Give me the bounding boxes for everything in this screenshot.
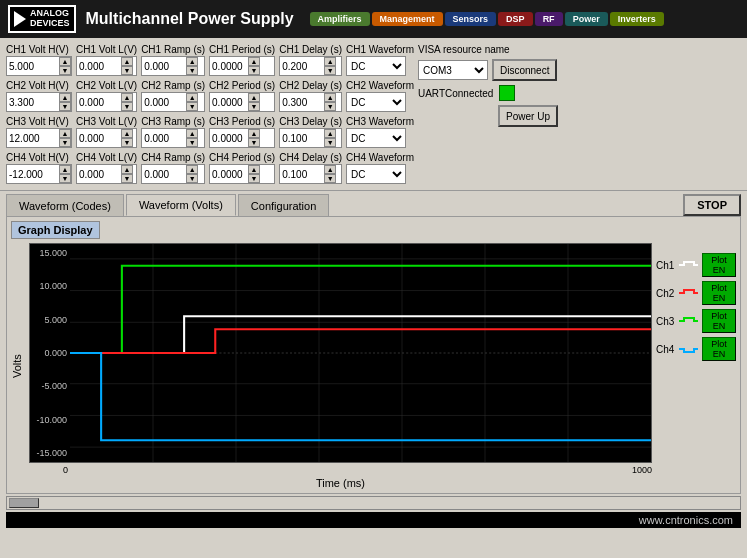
uart-indicator	[499, 85, 515, 101]
ch1-volt-l-down[interactable]: ▼	[121, 66, 133, 75]
ch2-volt-l-down[interactable]: ▼	[121, 102, 133, 111]
visa-select[interactable]: COM3	[418, 60, 488, 80]
ch3-period-input[interactable]	[210, 129, 248, 147]
ch2-ramp-down[interactable]: ▼	[186, 102, 198, 111]
ch1-period-up[interactable]: ▲	[248, 57, 260, 66]
nav-amplifiers[interactable]: Amplifiers	[310, 12, 370, 26]
ch3-volt-h-input-group: ▲ ▼	[6, 128, 72, 148]
ch4-volt-l-up[interactable]: ▲	[121, 165, 133, 174]
ch4-delay-down[interactable]: ▼	[324, 174, 336, 183]
ch1-volt-h-down[interactable]: ▼	[59, 66, 71, 75]
ch1-period-input[interactable]	[210, 57, 248, 75]
ch4-ramp-up[interactable]: ▲	[186, 165, 198, 174]
ch3-ramp-up[interactable]: ▲	[186, 129, 198, 138]
nav-management[interactable]: Management	[372, 12, 443, 26]
nav-dsp[interactable]: DSP	[498, 12, 533, 26]
ch1-ramp-up[interactable]: ▲	[186, 57, 198, 66]
ch2-delay-up[interactable]: ▲	[324, 93, 336, 102]
ch1-volt-l-up[interactable]: ▲	[121, 57, 133, 66]
ch3-delay-input-group: ▲ ▼	[279, 128, 342, 148]
ch2-delay-input[interactable]	[280, 93, 324, 111]
ch2-period-down[interactable]: ▼	[248, 102, 260, 111]
ch4-volt-h-input[interactable]	[7, 165, 59, 183]
ch1-waveform-label: CH1 Waveform	[346, 44, 414, 55]
ch1-delay-input[interactable]	[280, 57, 324, 75]
chart-svg	[70, 244, 651, 462]
xaxis-tick-0: 0	[63, 465, 68, 475]
legend-ch4-plot-en-button[interactable]: Plot EN	[702, 337, 736, 361]
nav-sensors[interactable]: Sensors	[445, 12, 497, 26]
ch2-volt-l-up[interactable]: ▲	[121, 93, 133, 102]
ch3-period-up[interactable]: ▲	[248, 129, 260, 138]
ch4-volt-l-down[interactable]: ▼	[121, 174, 133, 183]
ch4-delay-up[interactable]: ▲	[324, 165, 336, 174]
ch1-ramp-input[interactable]	[142, 57, 186, 75]
ch3-delay-input[interactable]	[280, 129, 324, 147]
ch4-volt-h-up[interactable]: ▲	[59, 165, 71, 174]
ch4-volt-l-input[interactable]	[77, 165, 121, 183]
nav-inverters[interactable]: Inverters	[610, 12, 664, 26]
power-up-button[interactable]: Power Up	[498, 105, 558, 127]
legend-ch1-plot-en-button[interactable]: Plot EN	[702, 253, 736, 277]
ch2-volt-h-down[interactable]: ▼	[59, 102, 71, 111]
ch3-period-down[interactable]: ▼	[248, 138, 260, 147]
chart-container: 15.000 10.000 5.000 0.000 -5.000 -10.000…	[29, 243, 652, 463]
ch3-volt-h-down[interactable]: ▼	[59, 138, 71, 147]
ch2-ramp-input[interactable]	[142, 93, 186, 111]
controls-area: CH1 Volt H(V) ▲ ▼ CH2 Volt H(V) ▲ ▼ CH3 …	[0, 38, 747, 190]
tab-configuration[interactable]: Configuration	[238, 194, 329, 216]
ch3-volt-l-up[interactable]: ▲	[121, 129, 133, 138]
stop-button[interactable]: STOP	[683, 194, 741, 216]
ch3-volt-h-input[interactable]	[7, 129, 59, 147]
ch4-period-label: CH4 Period (s)	[209, 152, 275, 163]
ch2-waveform-select[interactable]: DC	[346, 92, 406, 112]
legend-ch2-plot-en-button[interactable]: Plot EN	[702, 281, 736, 305]
disconnect-button[interactable]: Disconnect	[492, 59, 557, 81]
ch2-delay-down[interactable]: ▼	[324, 102, 336, 111]
ch3-ramp-down[interactable]: ▼	[186, 138, 198, 147]
ch1-volt-h-up[interactable]: ▲	[59, 57, 71, 66]
ch4-volt-l-spinner: ▲ ▼	[121, 165, 133, 183]
ch4-waveform-select[interactable]: DC	[346, 164, 406, 184]
ch2-delay-field: CH2 Delay (s) ▲ ▼	[279, 80, 342, 112]
ch1-volt-l-input[interactable]	[77, 57, 121, 75]
ch4-period-down[interactable]: ▼	[248, 174, 260, 183]
nav-rf[interactable]: RF	[535, 12, 563, 26]
ch4-ramp-down[interactable]: ▼	[186, 174, 198, 183]
ch4-delay-input[interactable]	[280, 165, 324, 183]
ch4-period-up[interactable]: ▲	[248, 165, 260, 174]
ch2-volt-h-spinner: ▲ ▼	[59, 93, 71, 111]
ch1-ramp-down[interactable]: ▼	[186, 66, 198, 75]
ch3-volt-l-down[interactable]: ▼	[121, 138, 133, 147]
legend-ch3-plot-en-button[interactable]: Plot EN	[702, 309, 736, 333]
ch2-volt-l-input[interactable]	[77, 93, 121, 111]
ch1-waveform-field: CH1 Waveform DC	[346, 44, 414, 76]
ch3-volt-h-up[interactable]: ▲	[59, 129, 71, 138]
tabs-bar: Waveform (Codes) Waveform (Volts) Config…	[0, 190, 747, 216]
graph-content: Volts 15.000 10.000 5.000 0.000 -5.000 -…	[11, 243, 736, 489]
ch4-ramp-spinner: ▲ ▼	[186, 165, 198, 183]
ch3-delay-down[interactable]: ▼	[324, 138, 336, 147]
ch1-volt-h-input[interactable]	[7, 57, 59, 75]
ch3-delay-up[interactable]: ▲	[324, 129, 336, 138]
ch2-volt-h-up[interactable]: ▲	[59, 93, 71, 102]
ch2-period-up[interactable]: ▲	[248, 93, 260, 102]
ch3-ramp-input[interactable]	[142, 129, 186, 147]
ch2-volt-h-input[interactable]	[7, 93, 59, 111]
nav-power[interactable]: Power	[565, 12, 608, 26]
tab-waveform-codes[interactable]: Waveform (Codes)	[6, 194, 124, 216]
ch1-waveform-select[interactable]: DC	[346, 56, 406, 76]
ch1-delay-up[interactable]: ▲	[324, 57, 336, 66]
ch2-ramp-up[interactable]: ▲	[186, 93, 198, 102]
ch1-delay-down[interactable]: ▼	[324, 66, 336, 75]
ch1-period-down[interactable]: ▼	[248, 66, 260, 75]
ch3-waveform-select[interactable]: DC	[346, 128, 406, 148]
tab-waveform-volts[interactable]: Waveform (Volts)	[126, 194, 236, 216]
ch4-ramp-input[interactable]	[142, 165, 186, 183]
ch4-period-input[interactable]	[210, 165, 248, 183]
ch2-period-input[interactable]	[210, 93, 248, 111]
ch3-volt-l-input[interactable]	[77, 129, 121, 147]
scrollbar-thumb[interactable]	[9, 498, 39, 508]
ch4-ramp-field: CH4 Ramp (s) ▲ ▼	[141, 152, 205, 184]
ch4-volt-h-down[interactable]: ▼	[59, 174, 71, 183]
